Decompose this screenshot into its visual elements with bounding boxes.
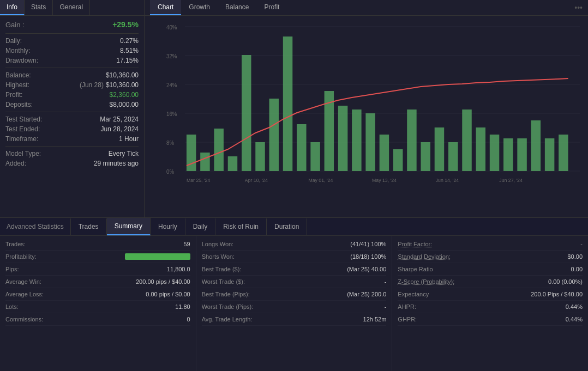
stat-longs-won: Longs Won: (41/41) 100% xyxy=(202,238,387,251)
highest-label: Highest: xyxy=(5,81,29,89)
svg-rect-31 xyxy=(448,142,458,171)
stat-trades: Trades: 59 xyxy=(5,238,190,251)
deposits-value: $8,000.00 xyxy=(110,101,139,108)
svg-rect-27 xyxy=(393,149,403,171)
zscore-value: 0.00 (0.00%) xyxy=(548,278,583,285)
stats-col-3: Profit Factor: - Standard Deviation: $0.… xyxy=(392,236,588,371)
stat-shorts-won: Shorts Won: (18/18) 100% xyxy=(202,251,387,263)
stat-lots: Lots: 11.80 xyxy=(5,301,190,313)
profit-value: $2,360.00 xyxy=(110,91,139,99)
tab-stats[interactable]: Stats xyxy=(25,0,53,15)
svg-rect-23 xyxy=(338,106,347,171)
svg-text:32%: 32% xyxy=(166,53,177,59)
stat-best-trade-dollar: Best Trade ($): (Mar 25) 40.00 xyxy=(202,263,387,276)
svg-rect-26 xyxy=(380,135,389,171)
stats-col-2: Longs Won: (41/41) 100% Shorts Won: (18/… xyxy=(196,236,393,371)
best-trade-pips-label: Best Trade (Pips): xyxy=(202,291,250,297)
drawdown-row: Drawdown: 17.15% xyxy=(5,57,139,64)
svg-rect-17 xyxy=(255,142,265,171)
stats-tabs: Advanced Statistics Trades Summary Hourl… xyxy=(0,218,588,236)
stats-tab-summary[interactable]: Summary xyxy=(107,218,151,235)
timeframe-label: Timeframe: xyxy=(5,135,38,143)
chart-svg: 40% 32% 24% 16% 8% 0% xyxy=(166,21,580,201)
svg-rect-34 xyxy=(490,135,499,171)
trades-label: Trades: xyxy=(5,241,26,247)
info-tabs: Info Stats General xyxy=(0,0,144,16)
chart-tab-profit[interactable]: Profit xyxy=(256,0,287,15)
chart-tab-growth[interactable]: Growth xyxy=(181,0,218,15)
model-type-label: Model Type: xyxy=(5,150,41,157)
svg-text:Apr 10, '24: Apr 10, '24 xyxy=(245,178,268,183)
svg-text:Mar 25, '24: Mar 25, '24 xyxy=(187,178,210,183)
chart-tabs: Chart Growth Balance Profit ••• xyxy=(145,0,588,16)
avg-loss-value: 0.00 pips / $0.00 xyxy=(146,291,190,297)
top-section: Info Stats General Gain : +29.5% Daily: … xyxy=(0,0,588,218)
stats-tab-hourly[interactable]: Hourly xyxy=(151,218,185,235)
stats-tab-trades[interactable]: Trades xyxy=(71,218,107,235)
stat-pips: Pips: 11,800.0 xyxy=(5,263,190,276)
stat-avg-loss: Average Loss: 0.00 pips / $0.00 xyxy=(5,288,190,301)
deposits-row: Deposits: $8,000.00 xyxy=(5,101,139,108)
svg-rect-38 xyxy=(545,138,554,171)
svg-text:May 13, '24: May 13, '24 xyxy=(372,178,397,183)
chart-tab-chart[interactable]: Chart xyxy=(150,0,181,15)
daily-value: 0.27% xyxy=(120,37,139,45)
svg-rect-20 xyxy=(297,124,306,171)
drawdown-label: Drawdown: xyxy=(5,57,38,64)
profitability-label: Profitability: xyxy=(5,253,37,260)
svg-rect-25 xyxy=(365,113,375,171)
shorts-won-label: Shorts Won: xyxy=(202,253,235,260)
stats-col-1: Trades: 59 Profitability: Pips: 11,800.0… xyxy=(0,236,196,371)
trades-value: 59 xyxy=(183,241,190,247)
avg-win-label: Average Win: xyxy=(5,278,41,285)
added-row: Added: 29 minutes ago xyxy=(5,160,139,167)
worst-trade-pips-value: - xyxy=(385,303,387,310)
highest-value: (Jun 28)$10,360.00 xyxy=(80,81,139,89)
divider-1 xyxy=(5,33,139,34)
tab-info[interactable]: Info xyxy=(0,0,25,15)
stat-profitability: Profitability: xyxy=(5,251,190,263)
stat-best-trade-pips: Best Trade (Pips): (Mar 25) 200.0 xyxy=(202,288,387,301)
svg-text:8%: 8% xyxy=(166,140,174,146)
svg-text:40%: 40% xyxy=(166,25,177,31)
svg-rect-33 xyxy=(476,127,485,171)
profit-factor-label: Profit Factor: xyxy=(398,241,432,247)
drawdown-value: 17.15% xyxy=(116,57,139,64)
stats-tab-duration[interactable]: Duration xyxy=(267,218,307,235)
gain-row: Gain : +29.5% xyxy=(5,20,139,29)
best-trade-pips-value: (Mar 25) 200.0 xyxy=(347,291,386,297)
test-ended-label: Test Ended: xyxy=(5,125,40,133)
expectancy-label: Expectancy xyxy=(398,291,429,297)
stat-ahpr: AHPR: 0.44% xyxy=(398,301,583,313)
svg-rect-21 xyxy=(310,142,320,171)
stats-tab-risk-of-ruin[interactable]: Risk of Ruin xyxy=(215,218,267,235)
svg-rect-18 xyxy=(269,99,279,171)
worst-trade-dollar-label: Worst Trade ($): xyxy=(202,278,245,285)
advanced-statistics-title: Advanced Statistics xyxy=(0,218,71,235)
model-type-value: Every Tick xyxy=(109,150,139,157)
stat-zscore: Z-Score (Probability): 0.00 (0.00%) xyxy=(398,276,583,288)
stat-worst-trade-pips: Worst Trade (Pips): - xyxy=(202,301,387,313)
svg-text:0%: 0% xyxy=(166,169,174,175)
gain-value: +29.5% xyxy=(112,20,139,29)
chart-more-icon[interactable]: ••• xyxy=(574,3,583,12)
svg-rect-37 xyxy=(531,120,541,171)
profit-row: Profit: $2,360.00 xyxy=(5,91,139,99)
stats-tab-daily[interactable]: Daily xyxy=(185,218,216,235)
chart-area: 40% 32% 24% 16% 8% 0% xyxy=(145,16,588,217)
chart-tab-balance[interactable]: Balance xyxy=(218,0,256,15)
svg-rect-16 xyxy=(242,55,251,171)
svg-rect-39 xyxy=(559,135,568,171)
svg-rect-35 xyxy=(503,138,513,171)
avg-trade-length-value: 12h 52m xyxy=(363,316,387,323)
svg-text:May 01, '24: May 01, '24 xyxy=(308,178,333,183)
stat-expectancy: Expectancy 200.0 Pips / $40.00 xyxy=(398,288,583,301)
test-started-value: Mar 25, 2024 xyxy=(100,115,139,123)
added-label: Added: xyxy=(5,160,26,167)
monthly-row: Monthly: 8.51% xyxy=(5,47,139,54)
tab-general[interactable]: General xyxy=(53,0,90,15)
divider-2 xyxy=(5,68,139,68)
daily-row: Daily: 0.27% xyxy=(5,37,139,45)
deposits-label: Deposits: xyxy=(5,101,33,108)
stats-data-area: Trades: 59 Profitability: Pips: 11,800.0… xyxy=(0,236,588,371)
